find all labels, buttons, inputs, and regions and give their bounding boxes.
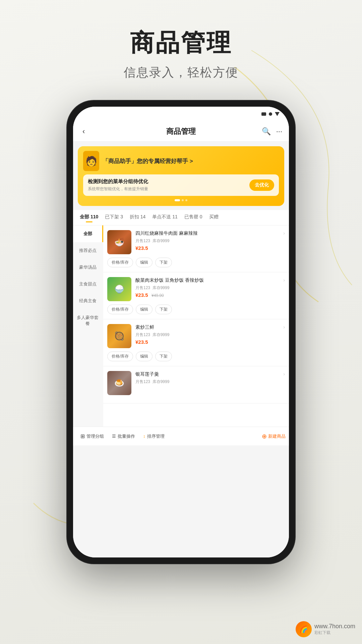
assistant-banner[interactable]: 🧑 「商品助手」您的专属经营好帮手 > 检测到您的菜单分组待优化 系统帮您智能优… (78, 146, 284, 206)
phone-mockup: ‹ 商品管理 🔍 ··· 🧑 「商品助手」您的专属经营好帮手 > 检测到您的菜单… (67, 101, 295, 564)
search-icon[interactable]: 🔍 (262, 127, 271, 136)
assistant-banner-text: 「商品助手」您的专属经营好帮手 > (103, 157, 193, 165)
tab-offline[interactable]: 已下架 3 (102, 210, 126, 225)
product-name-2[interactable]: 酸菜肉末炒饭 豆角炒饭 香辣炒饭 › (135, 277, 285, 284)
watermark-site: www.7hon.com (314, 623, 355, 630)
new-product-icon: ⊕ (262, 433, 267, 440)
product-meta-1: 月售123 库存9999 (135, 238, 285, 244)
sort-btn[interactable]: ↕ 排序管理 (139, 433, 169, 439)
tab-discount-label: 折扣 14 (130, 214, 145, 220)
app-content: 🧑 「商品助手」您的专属经营好帮手 > 检测到您的菜单分组待优化 系统帮您智能优… (73, 142, 289, 557)
sidebar-item-recommend[interactable]: 推荐必点 (73, 242, 103, 259)
tab-soldout[interactable]: 已售罄 0 (181, 210, 206, 225)
product-image-1: 🍜 (107, 230, 131, 254)
product-price-3: ¥23.5 (135, 339, 285, 345)
product-meta-3: 月售123 库存9999 (135, 332, 285, 338)
product-main: 🍮 银耳莲子羹 › 月售123 库存9999 (107, 371, 285, 395)
product-info-2: 酸菜肉末炒饭 豆角炒饭 香辣炒饭 › 月售123 库存9999 ¥23.5 ¥4… (135, 277, 285, 301)
tab-nofree[interactable]: 单点不送 11 (149, 210, 181, 225)
product-image-3: 🥘 (107, 324, 131, 348)
product-main: 🍜 四川红烧麻辣牛肉面 麻麻辣辣 › 月售123 库存9999 ¥23.5 (107, 230, 285, 254)
offline-btn-1[interactable]: 下架 (155, 258, 172, 267)
sidebar-item-soup[interactable]: 豪华汤品 (73, 259, 103, 276)
category-sidebar: 全部 推荐必点 豪华汤品 主食甜点 经典主食 多人豪华套餐 (73, 225, 103, 427)
nav-actions: 🔍 ··· (262, 127, 282, 136)
tab-offline-label: 已下架 3 (105, 214, 123, 220)
product-item: 🍜 四川红烧麻辣牛肉面 麻麻辣辣 › 月售123 库存9999 ¥23.5 (103, 225, 289, 272)
card-desc: 系统帮您智能优化，有效提升销量 (88, 186, 148, 192)
sidebar-item-group[interactable]: 多人豪华套餐 (73, 309, 103, 332)
product-arrow-1: › (283, 230, 285, 237)
new-product-label: 新建商品 (268, 433, 286, 439)
edit-btn-1[interactable]: 编辑 (136, 258, 153, 267)
watermark: 🌈 www.7hon.com 彩虹下载 (296, 621, 355, 637)
tab-all-underline (86, 221, 93, 222)
sidebar-item-dessert[interactable]: 主食甜点 (73, 276, 103, 292)
content-area: 全部 推荐必点 豪华汤品 主食甜点 经典主食 多人豪华套餐 🍜 (73, 225, 289, 427)
banner-dots (83, 199, 279, 201)
sidebar-item-all[interactable]: 全部 (73, 225, 103, 242)
assistant-avatar: 🧑 (83, 151, 99, 171)
battery-icon (275, 112, 280, 116)
tab-gift[interactable]: 买赠 (206, 210, 222, 225)
product-image-2: 🍚 (107, 277, 131, 301)
tab-gift-label: 买赠 (209, 214, 219, 220)
assistant-top: 🧑 「商品助手」您的专属经营好帮手 > (83, 151, 279, 171)
dot-2 (182, 199, 184, 201)
tab-all[interactable]: 全部 110 (76, 210, 102, 225)
price-stock-btn-3[interactable]: 价格/库存 (107, 352, 133, 361)
offline-btn-2[interactable]: 下架 (155, 305, 172, 314)
assistant-card-text: 检测到您的菜单分组待优化 系统帮您智能优化，有效提升销量 (88, 178, 148, 192)
page-title-main: 商品管理 (0, 27, 362, 59)
batch-btn[interactable]: ☰ 批量操作 (108, 433, 139, 439)
more-icon[interactable]: ··· (276, 127, 282, 136)
edit-btn-2[interactable]: 编辑 (136, 305, 153, 314)
product-actions-2: 价格/库存 编辑 下架 (107, 305, 285, 314)
tab-discount[interactable]: 折扣 14 (126, 210, 149, 225)
wifi-icon (269, 112, 272, 116)
dot-1 (175, 199, 180, 201)
edit-btn-3[interactable]: 编辑 (136, 352, 153, 361)
sort-icon: ↕ (143, 434, 145, 439)
product-arrow-2: › (283, 277, 285, 284)
optimize-button[interactable]: 去优化 (249, 179, 274, 191)
tab-bar: 全部 110 已下架 3 折扣 14 单点不送 11 已售罄 0 (73, 210, 289, 225)
back-button[interactable]: ‹ (80, 124, 87, 139)
product-arrow-4: › (283, 371, 285, 378)
card-title: 检测到您的菜单分组待优化 (88, 178, 148, 185)
sort-label: 排序管理 (147, 433, 165, 439)
tab-soldout-label: 已售罄 0 (184, 214, 202, 220)
product-name-4[interactable]: 银耳莲子羹 › (135, 371, 285, 378)
product-list: 🍜 四川红烧麻辣牛肉面 麻麻辣辣 › 月售123 库存9999 ¥23.5 (103, 225, 289, 427)
offline-btn-3[interactable]: 下架 (155, 352, 172, 361)
product-price-2: ¥23.5 (135, 292, 148, 298)
product-name-1[interactable]: 四川红烧麻辣牛肉面 麻麻辣辣 › (135, 230, 285, 237)
product-image-4: 🍮 (107, 371, 131, 395)
price-stock-btn-1[interactable]: 价格/库存 (107, 258, 133, 267)
manage-group-label: 管理分组 (86, 433, 104, 439)
watermark-label: 彩虹下载 (314, 630, 355, 636)
price-stock-btn-2[interactable]: 价格/库存 (107, 305, 133, 314)
product-price-row-2: ¥23.5 ¥49.90 (135, 292, 285, 298)
product-info-3: 素炒三鲜 › 月售123 库存9999 ¥23.5 (135, 324, 285, 348)
dot-3 (185, 199, 187, 201)
manage-group-btn[interactable]: ⊞ 管理分组 (76, 433, 108, 439)
page-subtitle: 信息录入，轻松方便 (0, 64, 362, 81)
product-main: 🍚 酸菜肉末炒饭 豆角炒饭 香辣炒饭 › 月售123 库存9999 ¥23.5 … (107, 277, 285, 301)
tab-nofree-label: 单点不送 11 (152, 214, 177, 220)
product-arrow-3: › (283, 324, 285, 331)
sidebar-item-classic[interactable]: 经典主食 (73, 292, 103, 309)
signal-icon (261, 112, 266, 116)
watermark-text-block: www.7hon.com 彩虹下载 (314, 623, 355, 636)
watermark-logo: 🌈 (296, 621, 312, 637)
product-actions-1: 价格/库存 编辑 下架 (107, 258, 285, 267)
new-product-btn[interactable]: ⊕ 新建商品 (262, 433, 286, 440)
assistant-card: 检测到您的菜单分组待优化 系统帮您智能优化，有效提升销量 去优化 (83, 174, 279, 196)
product-info-4: 银耳莲子羹 › 月售123 库存9999 (135, 371, 285, 395)
product-item: 🥘 素炒三鲜 › 月售123 库存9999 ¥23.5 (103, 319, 289, 366)
product-actions-3: 价格/库存 编辑 下架 (107, 352, 285, 361)
tab-all-label: 全部 110 (80, 214, 98, 220)
nav-bar: ‹ 商品管理 🔍 ··· (73, 121, 289, 142)
product-name-3[interactable]: 素炒三鲜 › (135, 324, 285, 331)
manage-group-icon: ⊞ (80, 433, 85, 439)
